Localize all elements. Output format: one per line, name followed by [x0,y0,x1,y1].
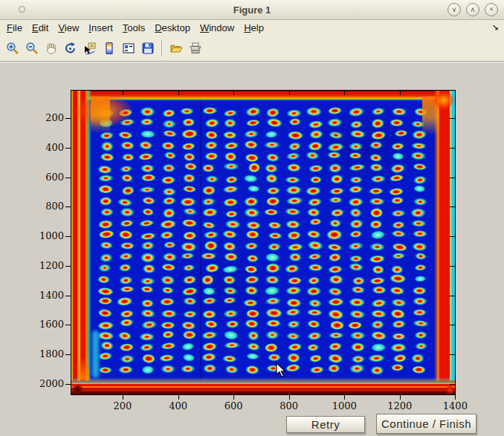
well-spot [369,117,385,129]
titlebar[interactable]: Figure 1 ∨ ∧ × [0,0,504,20]
well-spot [245,353,259,363]
heatmap-edge-bottom [71,375,455,394]
well-spot [286,152,303,161]
well-spot [265,173,280,184]
well-spot [202,141,218,151]
rotate-3d-icon[interactable] [62,38,80,59]
well-spot [117,342,135,353]
well-spot [245,242,261,252]
well-spot [180,241,197,252]
well-spot [369,152,384,162]
window-menu-icon[interactable] [19,6,25,13]
menu-insert[interactable]: Insert [88,20,113,36]
well-spot [285,241,303,252]
heatmap-corner-top-right [433,91,455,110]
well-spot [411,319,429,330]
well-spot [203,364,218,374]
well-spot [160,196,176,207]
well-spot [182,331,196,340]
well-spot [390,364,404,374]
well-spot [202,107,219,117]
save-icon[interactable] [139,38,157,59]
continue-finish-button[interactable]: Continue / Finish [376,414,476,434]
well-spot [306,286,323,296]
well-spot [368,354,385,363]
close-button[interactable]: × [485,3,498,16]
well-spot [202,130,218,140]
y-tick-mark [65,236,71,237]
well-spot [349,141,365,151]
menu-tools[interactable]: Tools [123,20,145,36]
well-spot [244,275,259,285]
well-spot [159,230,175,241]
well-spot [266,197,281,207]
well-spot [161,286,176,296]
data-cursor-icon[interactable] [81,38,99,59]
well-spot [327,129,343,140]
well-spot [369,286,387,295]
zoom-out-icon[interactable] [23,38,41,59]
well-spot [265,331,282,341]
well-spot [306,342,321,352]
well-spot [285,276,302,284]
well-spot [97,185,113,195]
well-spot [117,308,134,319]
well-spot [265,354,282,363]
well-spot [369,230,386,241]
plate-heatmap-image[interactable] [71,91,455,394]
zoom-in-icon[interactable] [4,38,22,59]
well-spot [183,173,198,184]
well-spot [412,107,428,117]
well-spot [329,319,344,330]
y-tick-mark [65,148,71,149]
well-spot [306,364,324,374]
well-spot [118,219,134,230]
well-spot [306,118,323,129]
well-spot [410,151,427,162]
well-spot [117,296,135,308]
menu-desktop[interactable]: Desktop [155,20,190,36]
well-spot [202,163,216,172]
well-spot [138,140,155,152]
well-spot [285,163,301,173]
well-spot [328,364,342,374]
y-tick-label: 800 [31,201,64,212]
pan-hand-icon[interactable] [42,38,60,59]
menu-overflow-icon[interactable]: ↘ [492,20,499,36]
print-icon[interactable] [187,38,204,59]
menu-window[interactable]: Window [200,20,234,36]
y-tick-label: 400 [31,142,64,153]
insert-colorbar-icon[interactable] [100,38,118,59]
well-spot [369,275,386,285]
well-spot [97,352,114,363]
menu-edit[interactable]: Edit [32,20,48,36]
retry-button[interactable]: Retry [286,416,365,433]
well-spot [181,342,198,353]
x-tick-label: 1200 [378,400,422,411]
maximize-button[interactable]: ∧ [466,3,479,16]
well-spot [348,319,365,331]
well-spot [285,353,300,363]
well-spot [162,186,176,196]
well-spot [119,185,135,197]
menu-file[interactable]: File [7,20,22,36]
menu-help[interactable]: Help [244,20,264,36]
well-spot [201,331,219,341]
well-spot [96,308,112,319]
well-spot [201,195,218,206]
insert-legend-icon[interactable] [120,38,138,59]
well-spot [244,264,259,275]
well-spot [98,117,114,128]
well-spot [369,218,384,229]
well-spot [223,197,239,206]
open-file-icon[interactable] [167,38,185,59]
well-spot [308,218,323,229]
well-spot [349,163,366,174]
well-spot [327,152,343,161]
well-spot [97,319,114,329]
well-spot [181,319,198,331]
x-tick-mark [289,394,290,400]
well-spot [287,118,302,128]
shade-button[interactable]: ∨ [448,3,461,16]
menu-view[interactable]: View [58,20,79,36]
